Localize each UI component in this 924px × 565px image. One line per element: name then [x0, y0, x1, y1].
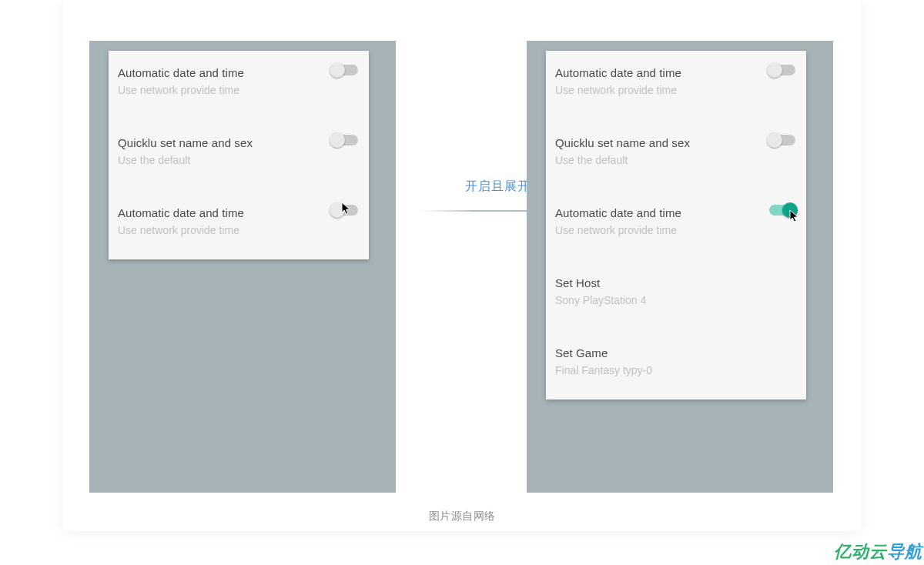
setting-title: Automatic date and time — [555, 66, 792, 79]
setting-subtitle: Sony PlayStation 4 — [555, 294, 792, 306]
setting-row[interactable]: Automatic date and time Use network prov… — [109, 57, 369, 105]
toggle-knob — [767, 132, 782, 148]
setting-title: Automatic date and time — [118, 206, 355, 219]
after-panel: Automatic date and time Use network prov… — [527, 41, 833, 493]
toggle-switch[interactable] — [769, 135, 795, 145]
stage: Automatic date and time Use network prov… — [0, 0, 924, 565]
setting-title: Set Host — [555, 276, 792, 289]
watermark-part2: 导航 — [887, 542, 922, 561]
setting-title: Set Game — [555, 346, 792, 359]
toggle-knob — [330, 132, 345, 148]
toggle-switch[interactable] — [769, 65, 795, 75]
setting-row[interactable]: Automatic date and time Use network prov… — [109, 197, 369, 246]
setting-subtitle: Use the default — [555, 154, 792, 166]
before-panel: Automatic date and time Use network prov… — [89, 41, 396, 493]
setting-row[interactable]: Set Game Final Fantasy typy-0 — [546, 337, 806, 386]
setting-row[interactable]: Quicklu set name and sex Use the default — [109, 127, 369, 176]
watermark-part1: 亿动云 — [834, 542, 887, 561]
toggle-switch[interactable] — [332, 65, 358, 75]
toggle-switch[interactable] — [332, 135, 358, 145]
toggle-knob — [330, 62, 345, 78]
setting-row[interactable]: Automatic date and time Use network prov… — [546, 57, 806, 105]
setting-title: Quicklu set name and sex — [118, 136, 355, 149]
toggle-switch[interactable] — [332, 205, 358, 216]
figure-caption: 图片源自网络 — [63, 510, 861, 523]
setting-title: Quicklu set name and sex — [555, 136, 792, 149]
setting-row[interactable]: Set Host Sony PlayStation 4 — [546, 267, 806, 316]
after-settings-card: Automatic date and time Use network prov… — [546, 51, 806, 400]
toggle-knob — [767, 62, 782, 78]
setting-subtitle: Use network provide time — [118, 84, 355, 96]
toggle-switch[interactable] — [769, 205, 795, 216]
watermark: 亿动云导航 — [834, 540, 922, 563]
setting-subtitle: Final Fantasy typy-0 — [555, 364, 792, 376]
setting-subtitle: Use the default — [118, 154, 355, 166]
setting-title: Automatic date and time — [118, 66, 355, 79]
setting-row[interactable]: Automatic date and time Use network prov… — [546, 197, 806, 246]
setting-row[interactable]: Quicklu set name and sex Use the default — [546, 127, 806, 176]
toggle-knob — [782, 202, 798, 218]
setting-subtitle: Use network provide time — [555, 84, 792, 96]
setting-subtitle: Use network provide time — [118, 224, 355, 236]
setting-title: Automatic date and time — [555, 206, 792, 219]
figure-container: Automatic date and time Use network prov… — [63, 0, 861, 531]
toggle-knob — [330, 202, 345, 218]
setting-subtitle: Use network provide time — [555, 224, 792, 236]
before-settings-card: Automatic date and time Use network prov… — [109, 51, 369, 259]
